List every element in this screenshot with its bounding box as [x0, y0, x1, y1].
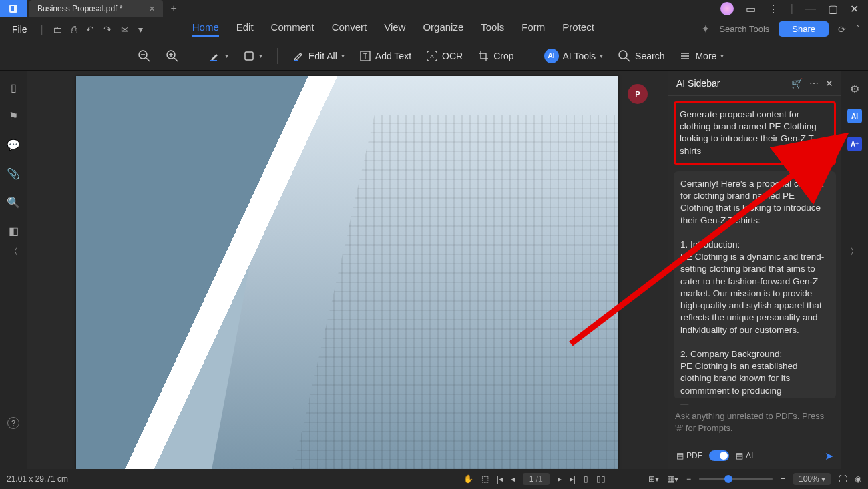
- svg-text:T: T: [363, 53, 367, 60]
- prev-page-icon[interactable]: ◂: [511, 474, 515, 484]
- hand-tool-icon[interactable]: ✋: [463, 474, 473, 484]
- fit-width-icon[interactable]: ⊞▾: [648, 474, 659, 484]
- first-page-icon[interactable]: |◂: [497, 474, 503, 484]
- last-page-icon[interactable]: ▸|: [570, 474, 576, 484]
- translate-icon[interactable]: A⁺: [847, 137, 862, 151]
- prev-doc-icon[interactable]: 〈: [8, 245, 19, 259]
- svg-line-3: [146, 58, 150, 61]
- ai-panel-icon[interactable]: AI: [847, 109, 862, 123]
- hint-icon[interactable]: 💡: [675, 404, 694, 405]
- svg-line-6: [174, 58, 178, 61]
- collapse-ribbon-icon[interactable]: ˄: [855, 24, 860, 35]
- page-dimensions: 21.01 x 29.71 cm: [7, 474, 68, 484]
- search-panel-icon[interactable]: 🔍: [7, 196, 20, 209]
- print-icon[interactable]: ⎙: [71, 24, 77, 35]
- right-sidebar: ⚙ AI A⁺: [841, 71, 868, 469]
- read-mode-icon[interactable]: ◉: [855, 474, 861, 484]
- search-tools[interactable]: Search Tools: [719, 24, 769, 34]
- zoom-slider[interactable]: [699, 478, 773, 480]
- tab-edit[interactable]: Edit: [236, 21, 254, 37]
- undo-icon[interactable]: ↶: [86, 24, 94, 35]
- tab-tools[interactable]: Tools: [481, 21, 504, 37]
- attachment-icon[interactable]: 📎: [7, 167, 20, 180]
- next-doc-icon[interactable]: 〉: [849, 245, 860, 259]
- ai-sidebar-title: AI Sidebar: [676, 78, 720, 89]
- ai-input[interactable]: Ask anything unrelated to PDFs. Press '#…: [668, 405, 841, 442]
- fit-page-icon[interactable]: ▦▾: [667, 474, 678, 484]
- ai-chip: ▤ AI: [736, 451, 753, 460]
- send-icon[interactable]: ➤: [825, 450, 833, 462]
- select-tool-icon[interactable]: ⬚: [481, 474, 489, 484]
- dropdown-icon[interactable]: ▾: [138, 24, 143, 35]
- tab-home[interactable]: Home: [192, 21, 219, 37]
- layers-icon[interactable]: ◧: [9, 225, 19, 237]
- svg-rect-9: [210, 60, 217, 61]
- notify-icon[interactable]: ▭: [746, 3, 756, 15]
- cart-icon[interactable]: 🛒: [791, 78, 803, 89]
- pdf-toggle[interactable]: [709, 450, 729, 461]
- two-page-icon[interactable]: ▯▯: [596, 474, 606, 484]
- more-options-icon[interactable]: ⋯: [809, 78, 819, 89]
- zoom-in-status-icon[interactable]: +: [781, 474, 785, 484]
- user-prompt: Generate proposal content for clothing b…: [674, 101, 836, 165]
- file-menu[interactable]: File: [8, 23, 31, 36]
- close-sidebar-icon[interactable]: ✕: [825, 78, 833, 89]
- next-page-icon[interactable]: ▸: [558, 474, 562, 484]
- tab-title: Business Proposal.pdf *: [37, 4, 122, 13]
- shape-tool[interactable]: ▾: [243, 50, 262, 62]
- tab-form[interactable]: Form: [521, 21, 545, 37]
- sync-icon[interactable]: ⟳: [838, 24, 846, 35]
- save-icon[interactable]: 🗀: [53, 24, 62, 35]
- highlight-tool[interactable]: ▾: [209, 50, 228, 62]
- pdf-chip: ▤ PDF: [676, 451, 702, 460]
- tab-comment[interactable]: Comment: [271, 21, 314, 37]
- crop-tool[interactable]: Crop: [477, 50, 513, 62]
- new-tab-button[interactable]: +: [171, 3, 177, 15]
- close-window-icon[interactable]: ✕: [850, 3, 859, 15]
- bookmark-icon[interactable]: ⚑: [9, 110, 18, 123]
- redo-icon[interactable]: ↷: [103, 24, 112, 35]
- zoom-value[interactable]: 100% ▾: [793, 473, 831, 485]
- help-icon[interactable]: ?: [7, 417, 19, 429]
- ppt-badge-icon[interactable]: P: [628, 84, 648, 104]
- left-sidebar: ▯ ⚑ 💬 📎 🔍 ◧ ?: [0, 71, 27, 469]
- more-tool[interactable]: More▾: [679, 50, 724, 62]
- settings-icon[interactable]: ⚙: [850, 83, 859, 95]
- fullscreen-icon[interactable]: ⛶: [839, 474, 847, 484]
- document-canvas[interactable]: P: [27, 71, 668, 469]
- add-text-tool[interactable]: TAdd Text: [359, 50, 411, 62]
- close-tab-icon[interactable]: ×: [149, 3, 154, 14]
- svg-rect-1: [11, 6, 14, 11]
- sparkle-icon: ✦: [701, 23, 710, 35]
- tab-organize[interactable]: Organize: [423, 21, 463, 37]
- svg-text:A: A: [430, 53, 434, 59]
- edit-all-tool[interactable]: Edit All▾: [292, 50, 345, 62]
- ai-tools[interactable]: AIAI Tools▾: [544, 49, 604, 63]
- pdf-page: [76, 76, 618, 469]
- kebab-icon[interactable]: ⋮: [768, 3, 779, 15]
- app-icon[interactable]: [0, 0, 27, 17]
- zoom-out-status-icon[interactable]: −: [686, 474, 691, 484]
- search-tool[interactable]: Search: [618, 49, 664, 63]
- page-number[interactable]: 1 /1: [523, 473, 550, 485]
- single-page-icon[interactable]: ▯: [584, 474, 588, 484]
- share-button[interactable]: Share: [779, 21, 829, 37]
- svg-line-16: [626, 58, 630, 61]
- zoom-out-icon[interactable]: [138, 49, 151, 63]
- tab-protect[interactable]: Protect: [562, 21, 594, 37]
- ocr-tool[interactable]: AOCR: [426, 50, 463, 62]
- comment-panel-icon[interactable]: 💬: [7, 139, 20, 151]
- ai-icon: AI: [544, 49, 559, 63]
- zoom-in-icon[interactable]: [166, 49, 179, 63]
- minimize-icon[interactable]: —: [805, 3, 816, 15]
- svg-point-15: [619, 51, 627, 59]
- user-avatar[interactable]: [720, 2, 734, 15]
- svg-rect-10: [245, 52, 253, 60]
- document-tab[interactable]: Business Proposal.pdf * ×: [29, 0, 163, 17]
- tab-convert[interactable]: Convert: [332, 21, 367, 37]
- maximize-icon[interactable]: ▢: [828, 3, 838, 15]
- tab-view[interactable]: View: [384, 21, 405, 37]
- thumbnails-icon[interactable]: ▯: [11, 81, 17, 94]
- mail-icon[interactable]: ✉: [121, 24, 129, 35]
- ai-sidebar: AI Sidebar 🛒 ⋯ ✕ Generate proposal conte…: [668, 71, 841, 469]
